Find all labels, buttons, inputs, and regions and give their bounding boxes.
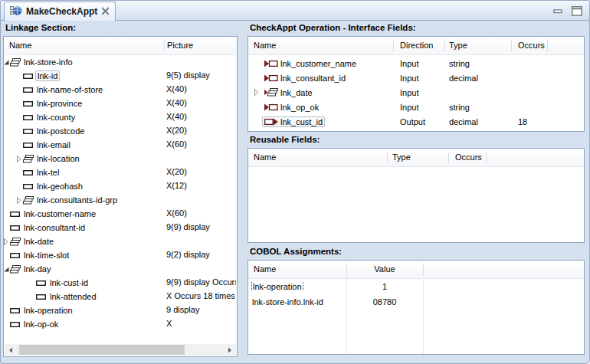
column-divider[interactable] (448, 152, 449, 164)
tree-row[interactable]: lnk-consultants-id-grp (4, 193, 237, 207)
column-divider[interactable] (393, 40, 394, 52)
tree-item-label[interactable]: lnk-consultants-id-grp (35, 195, 119, 205)
table-row[interactable]: lnk-store-info.lnk-id 08780 (248, 294, 584, 310)
table-row[interactable]: lnk_consultant_id Input decimal (248, 71, 584, 85)
tree-item-label[interactable]: lnk-cust-id (48, 278, 90, 287)
tab-makecheckappt[interactable]: MakeCheckAppt (4, 2, 116, 21)
tree-item-icon (23, 128, 34, 135)
tree-row[interactable]: lnk-date (4, 234, 237, 248)
tree-row[interactable]: lnk-cust-id 9(9) display Occurs 18 times (4, 276, 237, 290)
tree-row[interactable]: lnk-geohash X(12) (4, 179, 237, 193)
table-row[interactable]: lnk_date Input (248, 85, 584, 100)
tree-row[interactable]: lnk-county X(40) (4, 110, 237, 124)
scroll-right-arrow-icon[interactable] (224, 344, 236, 356)
tree-row[interactable]: lnk-tel X(20) (4, 166, 237, 179)
tree-item-label[interactable]: lnk-date (22, 237, 55, 246)
tree-row[interactable]: lnk-id 9(5) display (4, 69, 237, 83)
column-divider[interactable] (486, 152, 487, 164)
tree-row[interactable]: lnk-email X(60) (4, 138, 237, 152)
expand-arrow-icon[interactable] (4, 238, 10, 245)
tree-item-label[interactable]: lnk-tel (35, 168, 61, 177)
assignment-name[interactable]: lnk-store-info.lnk-id (251, 297, 324, 307)
column-divider[interactable] (346, 264, 347, 276)
column-header-occurs[interactable]: Occurs (455, 152, 482, 162)
column-header-value[interactable]: Value (346, 264, 423, 274)
expand-arrow-icon[interactable] (17, 197, 23, 204)
tree-item-label[interactable]: lnk-day (22, 264, 52, 274)
scrollbar-thumb[interactable] (19, 345, 185, 355)
tree-row[interactable]: lnk-consultant-id 9(9) display (4, 221, 237, 234)
column-divider[interactable] (511, 40, 512, 52)
tree-row[interactable]: lnk-attended X Occurs 18 times (4, 290, 237, 303)
tree-row[interactable]: lnk-province X(40) (4, 97, 237, 110)
tree-item-icon (10, 321, 21, 328)
minimize-icon[interactable] (552, 5, 564, 16)
column-header-picture[interactable]: Picture (167, 41, 193, 50)
column-header-name[interactable]: Name (254, 264, 276, 274)
tree-item-label[interactable]: lnk-store-info (22, 57, 74, 67)
tree-item-label[interactable]: lnk-province (35, 99, 84, 108)
tree-item-label[interactable]: lnk-email (35, 140, 72, 149)
tree-item-icon (23, 73, 34, 80)
column-divider[interactable] (547, 40, 548, 52)
tree-item-icon (23, 87, 34, 93)
interface-fields-body: lnk_customer_name Input string lnk_consu… (248, 56, 584, 131)
tree-item-label[interactable]: lnk-county (35, 113, 77, 122)
column-header-type[interactable]: Type (449, 41, 467, 50)
column-header-name[interactable]: Name (254, 152, 276, 162)
table-row[interactable]: lnk_cust_id Output decimal 18 (248, 114, 584, 129)
column-divider[interactable] (164, 40, 165, 52)
tree-item-label[interactable]: lnk-operation (22, 306, 74, 315)
tree-row[interactable]: lnk-time-slot 9(2) display (4, 248, 237, 262)
table-row[interactable]: lnk_op_ok Input string (248, 100, 584, 114)
tree-item-icon (23, 114, 34, 121)
maximize-icon[interactable] (571, 5, 582, 16)
column-header-occurs[interactable]: Occurs (518, 41, 545, 50)
tree-row[interactable]: lnk-operation 9 display (4, 303, 237, 317)
tab-close-icon[interactable] (101, 7, 110, 17)
tree-item-label[interactable]: lnk-id (35, 71, 60, 81)
column-header-direction[interactable]: Direction (400, 41, 433, 50)
column-divider[interactable] (387, 152, 388, 164)
field-name[interactable]: lnk_customer_name (280, 59, 356, 68)
column-header-type[interactable]: Type (392, 152, 411, 162)
tree-item-label[interactable]: lnk-location (35, 154, 81, 163)
tree-item-label[interactable]: lnk-consultant-id (22, 223, 87, 232)
picture-value: X(20) (166, 167, 236, 176)
field-name[interactable]: lnk_cust_id (280, 117, 323, 126)
tree-item-label[interactable]: lnk-postcode (35, 126, 86, 136)
expand-arrow-icon[interactable] (4, 267, 10, 272)
tree-row[interactable]: lnk-name-of-store X(40) (4, 83, 237, 97)
table-row[interactable]: lnk_customer_name Input string (248, 56, 584, 71)
assignment-value[interactable]: 08780 (346, 297, 423, 307)
field-name[interactable]: lnk_date (280, 88, 313, 97)
tree-row[interactable]: lnk-store-info (4, 55, 237, 69)
column-header-name[interactable]: Name (254, 41, 276, 50)
tree-item-label[interactable]: lnk-op-ok (22, 320, 60, 329)
tree-row[interactable]: lnk-postcode X(20) (4, 124, 237, 138)
tree-row[interactable]: lnk-op-ok X (4, 317, 237, 331)
column-divider[interactable] (444, 40, 445, 52)
field-direction: Input (393, 59, 444, 68)
column-header-name[interactable]: Name (9, 41, 31, 50)
tree-item-label[interactable]: lnk-attended (48, 292, 98, 301)
tree-row[interactable]: lnk-customer-name X(60) (4, 207, 237, 221)
tree-row[interactable]: lnk-location (4, 152, 237, 166)
assignment-value[interactable]: 1 (346, 282, 423, 291)
tree-row[interactable]: lnk-day (4, 262, 237, 276)
expand-arrow-icon[interactable] (4, 60, 10, 65)
tree-item-label[interactable]: lnk-geohash (35, 182, 84, 191)
expand-arrow-icon[interactable] (254, 89, 262, 96)
table-row[interactable]: lnk-operation 1 (248, 279, 584, 294)
field-name[interactable]: lnk_consultant_id (280, 74, 346, 83)
assignment-name[interactable]: lnk-operation (251, 282, 303, 291)
tree-item-label[interactable]: lnk-name-of-store (35, 85, 104, 94)
scroll-left-arrow-icon[interactable] (5, 344, 17, 356)
tree-item-label[interactable]: lnk-time-slot (22, 251, 70, 260)
expand-arrow-icon[interactable] (17, 156, 23, 162)
tree-item-icon (10, 265, 21, 274)
field-name[interactable]: lnk_op_ok (280, 103, 319, 112)
horizontal-scrollbar[interactable] (5, 344, 236, 356)
tree-item-label[interactable]: lnk-customer-name (22, 209, 97, 218)
column-divider[interactable] (423, 264, 424, 276)
